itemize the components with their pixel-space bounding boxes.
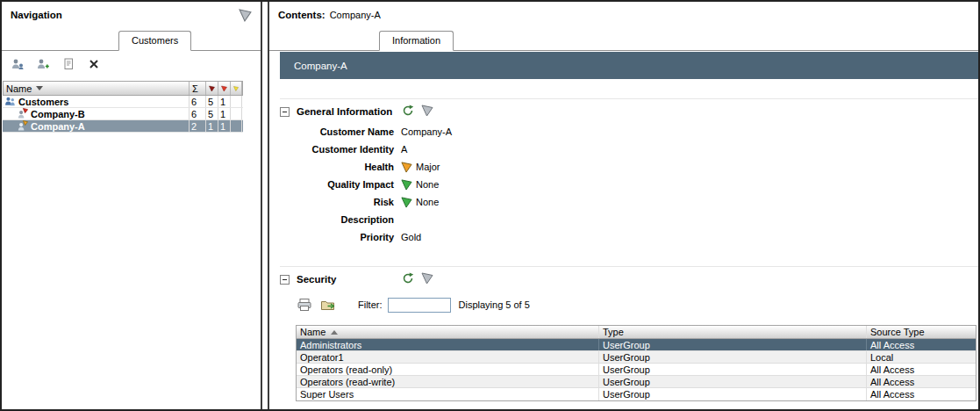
security-cell-name: Operators (read-write): [297, 376, 599, 387]
tree-cell-major: 1: [218, 120, 231, 132]
collapse-security-button[interactable]: [280, 275, 290, 285]
company-a-icon: [17, 120, 28, 132]
tree-row-label: Customers: [18, 97, 68, 107]
add-customer-group-button[interactable]: [34, 55, 52, 73]
field-label: Description: [296, 214, 394, 225]
minor-flag-icon: [233, 84, 239, 93]
security-row-super-users[interactable]: Super Users UserGroup All Access: [297, 388, 976, 400]
field-label: Risk: [296, 197, 394, 207]
general-status-flag: [420, 104, 434, 118]
security-col-source-type[interactable]: Source Type: [867, 326, 976, 338]
field-health: Health Major: [296, 158, 452, 176]
field-value: Company-A: [401, 126, 452, 138]
tree-col-name-label: Name: [6, 83, 32, 94]
security-cell-name: Operators (read-only): [297, 364, 599, 375]
tree-col-critical[interactable]: [206, 82, 218, 95]
tree-row-label: Company-B: [31, 109, 85, 119]
customers-group-icon: [4, 96, 16, 107]
add-customer-icon: [11, 57, 25, 71]
contents-panel: Contents: Company-A Information Company-…: [268, 2, 978, 409]
security-col-name[interactable]: Name: [297, 326, 599, 338]
field-quality-impact: Quality Impact None: [296, 176, 452, 193]
security-cell-name: Administrators: [297, 339, 599, 350]
tree-cell-sigma: 2: [190, 120, 206, 132]
customers-tree-table: Name Σ: [3, 81, 243, 133]
navigation-toolbar: [9, 53, 103, 76]
tree-cell-critical: 5: [206, 96, 218, 107]
field-risk: Risk None: [296, 193, 452, 211]
sort-ascending-icon: [331, 330, 338, 335]
health-value: Major: [416, 162, 440, 172]
risk-value: None: [416, 197, 439, 207]
quality-impact-value: None: [416, 179, 439, 190]
print-button[interactable]: [296, 296, 313, 314]
tree-col-major[interactable]: [218, 82, 231, 95]
navigation-panel: Navigation Customers: [2, 2, 262, 409]
delete-button[interactable]: [85, 55, 103, 73]
tree-cell-minor: [231, 96, 242, 107]
tree-col-minor[interactable]: [231, 82, 242, 95]
quality-impact-none-flag-icon: [401, 179, 412, 191]
security-row-administrators[interactable]: Administrators UserGroup All Access: [297, 339, 976, 351]
security-col-name-label: Name: [300, 327, 325, 337]
company-b-icon: [17, 108, 28, 119]
refresh-general-button[interactable]: [401, 104, 415, 118]
section-separator: [280, 98, 978, 99]
displaying-count: Displaying 5 of 5: [459, 299, 530, 310]
security-row-operator1[interactable]: Operator1 UserGroup Local: [297, 351, 976, 364]
tab-customers[interactable]: Customers: [118, 31, 191, 51]
security-cell-name: Operator1: [297, 351, 599, 363]
security-cell-source: All Access: [867, 364, 976, 375]
contents-tabstrip: Information: [269, 29, 978, 51]
field-value: Major: [401, 162, 440, 173]
security-col-type[interactable]: Type: [599, 326, 867, 338]
tree-col-name[interactable]: Name: [4, 82, 190, 95]
collapse-general-button[interactable]: [280, 107, 290, 117]
security-cell-type: UserGroup: [599, 388, 867, 400]
security-filter-row: Filter: Displaying 5 of 5: [296, 294, 969, 315]
filter-label: Filter:: [358, 299, 383, 310]
tree-row-company-b[interactable]: Company-B 6 5 1: [3, 108, 243, 120]
security-cell-source: All Access: [867, 376, 976, 387]
security-row-operators-read-only[interactable]: Operators (read-only) UserGroup All Acce…: [297, 364, 976, 376]
field-label: Health: [296, 162, 394, 172]
add-customer-button[interactable]: [9, 55, 26, 73]
tree-cell-critical: 5: [206, 108, 218, 119]
security-cell-name: Super Users: [297, 388, 599, 400]
tree-cell-sigma: 6: [190, 96, 206, 107]
security-cell-type: UserGroup: [599, 351, 867, 363]
security-cell-source: All Access: [867, 388, 976, 400]
tree-table-header: Name Σ: [3, 81, 243, 96]
tree-row-company-a[interactable]: Company-A 2 1 1: [3, 120, 243, 133]
field-customer-identity: Customer Identity A: [296, 141, 452, 158]
app-window: Navigation Customers: [0, 0, 980, 411]
security-cell-type: UserGroup: [599, 364, 867, 375]
tree-cell-critical: 1: [206, 120, 218, 132]
navigation-header: Navigation: [2, 2, 261, 28]
security-cell-type: UserGroup: [599, 376, 867, 387]
security-cell-source: All Access: [867, 339, 976, 350]
security-table: Name Type Source Type Administrators Use…: [296, 325, 976, 401]
tab-information[interactable]: Information: [379, 31, 454, 51]
security-status-flag: [420, 271, 434, 285]
general-information-fields: Customer Name Company-A Customer Identit…: [296, 123, 452, 246]
contents-header: Contents: Company-A: [269, 2, 978, 28]
field-label: Priority: [296, 232, 394, 242]
security-row-operators-read-write[interactable]: Operators (read-write) UserGroup All Acc…: [297, 376, 976, 388]
filter-input[interactable]: [388, 298, 451, 313]
export-button[interactable]: [319, 296, 337, 314]
navigation-status-flag-icon: [239, 9, 252, 22]
tree-cell-major: 1: [218, 96, 231, 107]
field-value: None: [401, 179, 439, 191]
security-section-header: Security: [280, 272, 336, 286]
tree-row-customers[interactable]: Customers 6 5 1: [3, 96, 243, 108]
general-information-title: General Information: [297, 106, 392, 117]
health-major-flag-icon: [401, 162, 412, 173]
delete-x-icon: [87, 57, 101, 71]
navigation-tabstrip: Customers: [2, 29, 261, 51]
gray-flag-icon: [421, 272, 433, 285]
refresh-security-button[interactable]: [401, 271, 415, 285]
field-label: Customer Identity: [296, 144, 394, 155]
copy-button[interactable]: [60, 55, 77, 73]
tree-col-sigma[interactable]: Σ: [190, 82, 206, 95]
